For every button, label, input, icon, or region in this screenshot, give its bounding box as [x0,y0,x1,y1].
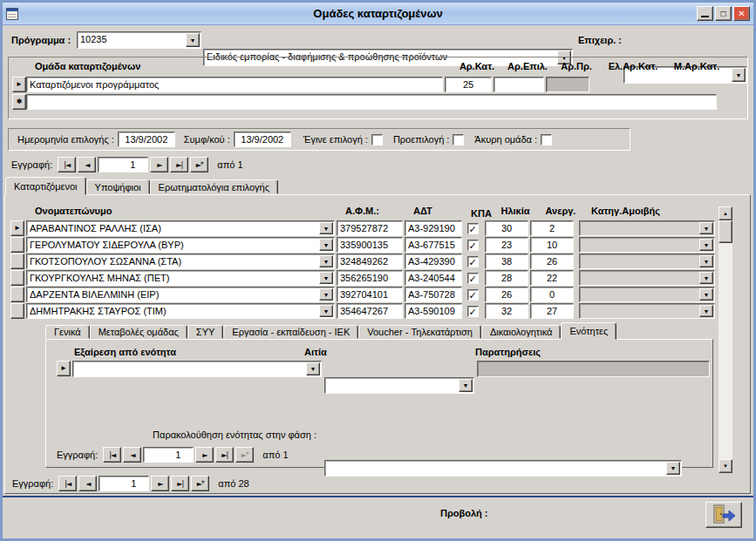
age-field[interactable]: 32 [485,303,528,319]
record-selector[interactable] [10,287,24,302]
adt-field[interactable]: Α3-240544 [405,270,462,286]
adt-field[interactable]: Α3-750728 [405,287,462,302]
age-field[interactable]: 30 [485,220,528,236]
dropdown-button[interactable]: ▼ [319,305,333,317]
adt-field[interactable]: Α3-929190 [405,220,462,236]
trainee-name-combobox[interactable]: ΑΡΑΒΑΝΤΙΝΟΣ ΡΑΛΛΗΣ (ΙΣΑ) ▼ [26,220,335,236]
dropdown-button[interactable]: ▼ [319,272,333,284]
subtab-dikaiologitika[interactable]: Δικαιολογητικά [481,325,561,339]
tab-ypopsifioi[interactable]: Υποψήφιοι [86,179,150,194]
kpa-checkbox[interactable]: ✓ [467,273,479,284]
kpa-checkbox[interactable]: ✓ [467,256,479,267]
record-selector[interactable]: ► [57,361,71,376]
unemployment-field[interactable]: 22 [530,270,574,286]
exit-button[interactable] [705,502,742,528]
nav-first-button[interactable]: |◄ [103,447,121,463]
dropdown-button[interactable]: ▼ [319,222,333,234]
kpa-checkbox[interactable]: ✓ [467,240,479,251]
arpr-field[interactable] [546,77,589,92]
nav-last-button[interactable]: ►| [170,157,188,172]
pay-category-combobox[interactable]: ▼ [579,287,715,302]
notes-field[interactable] [477,361,710,377]
arkat-field[interactable]: 25 [445,77,492,92]
nav-prev-button[interactable]: ◄ [78,157,96,172]
dropdown-button[interactable]: ▼ [666,462,680,475]
subtab-enotites[interactable]: Ενότητες [561,322,616,340]
nav-first-button[interactable]: |◄ [58,157,76,172]
subtab-metaboles-omadas[interactable]: Μεταβολές ομάδας [90,325,187,339]
dropdown-button[interactable]: ▼ [699,239,713,251]
unemployment-field[interactable]: 26 [530,254,574,269]
afm-field[interactable]: 335900135 [337,237,403,253]
subtab-ergasia-ekpaideusi-iek[interactable]: Εργασία - εκπαίδευση - ΙΕΚ [223,325,358,339]
kpa-checkbox[interactable]: ✓ [467,289,479,301]
afm-field[interactable]: 354647267 [337,303,403,319]
nav-new-record-button[interactable]: ►* [235,447,254,463]
age-field[interactable]: 26 [485,287,528,302]
unemployment-field[interactable]: 2 [530,220,574,236]
nav-new-record-button[interactable]: ►* [190,157,208,172]
tab-erotimatologia-epilogis[interactable]: Ερωτηματολόγια επιλογής [150,179,278,194]
adt-field[interactable]: Α3-590109 [405,303,462,319]
record-selector[interactable]: ► [12,77,26,92]
new-record-selector[interactable]: ✱ [12,94,26,110]
subtab-voucher-tilekatartisi[interactable]: Voucher - Τηλεκατάρτιση [358,325,481,339]
record-selector[interactable] [10,270,24,286]
afm-field[interactable]: 324849262 [337,254,403,269]
dropdown-button[interactable]: ▼ [186,33,200,47]
nav-next-button[interactable]: ► [195,447,214,463]
contract-date-field[interactable]: 13/9/2002 [234,132,291,147]
record-number-input[interactable]: 1 [143,447,194,463]
dropdown-button[interactable]: ▼ [699,305,713,317]
nav-prev-button[interactable]: ◄ [78,476,97,491]
dropdown-button[interactable]: ▼ [306,362,320,375]
afm-field[interactable]: 392704101 [337,287,403,302]
dropdown-button[interactable]: ▼ [699,255,713,267]
program-code-combobox[interactable]: 10235 ▼ [77,31,201,49]
nav-next-button[interactable]: ► [151,476,169,491]
preselection-checkbox[interactable] [453,134,464,145]
adt-field[interactable]: Α3-429390 [405,254,462,269]
kpa-checkbox[interactable]: ✓ [467,223,479,234]
nav-last-button[interactable]: ►| [215,447,234,463]
age-field[interactable]: 28 [485,270,528,286]
subtab-genika[interactable]: Γενικά [45,325,90,339]
trainee-name-combobox[interactable]: ΓΚΟΥΡΓΚΟΥΛΗΣ ΜΗΝΑΣ (ΠΕΤ) ▼ [26,270,335,286]
unemployment-field[interactable]: 0 [530,287,574,302]
record-selector[interactable] [10,254,24,269]
nav-prev-button[interactable]: ◄ [123,447,141,463]
arepil-field[interactable] [494,77,544,92]
invalid-group-checkbox[interactable] [541,134,552,145]
nav-first-button[interactable]: |◄ [58,476,77,491]
dropdown-button[interactable]: ▼ [459,379,473,392]
maximize-button[interactable]: □ [715,6,732,21]
pay-category-combobox[interactable]: ▼ [579,270,715,286]
pay-category-combobox[interactable]: ▼ [579,254,715,269]
minimize-button[interactable] [697,6,713,21]
selection-date-field[interactable]: 13/9/2002 [118,132,175,147]
record-number-input[interactable]: 1 [98,157,148,172]
trainee-name-combobox[interactable]: ΓΕΡΟΛΥΜΑΤΟΥ ΣΙΔΕΡΟΥΛΑ (ΒΥΡ) ▼ [26,237,335,253]
age-field[interactable]: 38 [485,254,528,269]
afm-field[interactable]: 356265190 [337,270,403,286]
vertical-scrollbar[interactable]: ▲ ▼ [719,206,732,473]
dropdown-button[interactable]: ▼ [319,255,333,267]
tab-katartizomenoi[interactable]: Καταρτιζόμενοι [5,177,86,195]
record-selector[interactable]: ► [10,220,24,236]
age-field[interactable]: 23 [485,237,528,253]
nav-new-record-button[interactable]: ►* [191,476,209,491]
record-selector[interactable] [10,237,24,253]
unemployment-field[interactable]: 27 [530,303,574,319]
close-button[interactable]: ✕ [733,6,750,21]
exception-combobox[interactable]: ▼ [72,361,322,377]
nav-next-button[interactable]: ► [150,157,168,172]
scroll-up-button[interactable]: ▲ [719,206,732,220]
phase-combobox[interactable]: ▼ [324,460,682,477]
nav-last-button[interactable]: ►| [171,476,189,491]
group-name-field[interactable]: Καταρτιζόμενοι προγράμματος [26,77,443,92]
adt-field[interactable]: Α3-677515 [405,237,462,253]
dropdown-button[interactable]: ▼ [319,288,333,301]
trainee-name-combobox[interactable]: ΓΚΟΤΣΟΠΟΥΛΟΥ ΣΩΣΑΝΝΑ (ΣΤΑ) ▼ [26,254,335,269]
titlebar[interactable]: Ομάδες καταρτιζομένων □ ✕ [3,3,753,25]
kpa-checkbox[interactable]: ✓ [467,306,479,317]
